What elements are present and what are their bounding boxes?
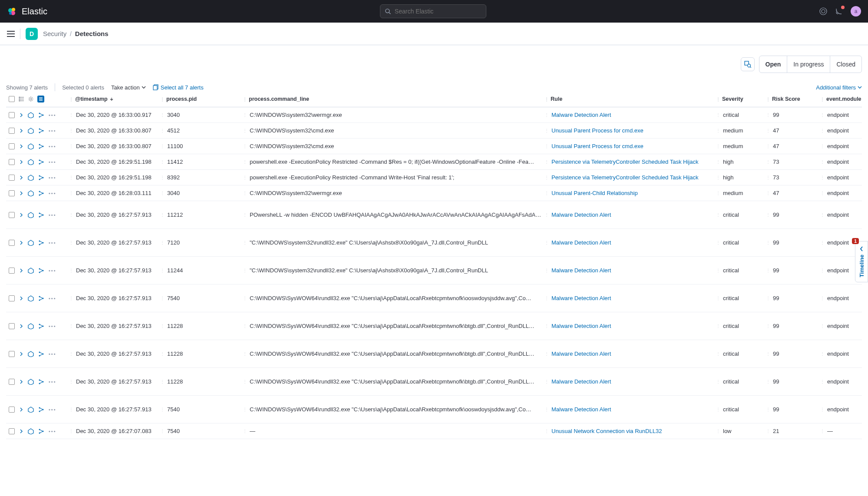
expand-row-icon[interactable] — [19, 129, 23, 133]
menu-toggle-icon[interactable] — [7, 31, 15, 37]
rule-link[interactable]: Unusual Parent Process for cmd.exe — [551, 127, 644, 134]
resolver-icon[interactable] — [28, 190, 34, 196]
rule-link[interactable]: Malware Detection Alert — [551, 295, 611, 301]
analyzer-icon[interactable] — [38, 112, 44, 118]
analyzer-icon[interactable] — [38, 144, 44, 149]
analyzer-icon[interactable] — [38, 296, 44, 301]
analyzer-icon[interactable] — [38, 351, 44, 357]
row-checkbox[interactable] — [9, 143, 15, 149]
row-checkbox[interactable] — [9, 295, 15, 301]
rule-link[interactable]: Malware Detection Alert — [551, 239, 611, 246]
customize-columns-icon[interactable] — [18, 96, 24, 102]
col-header-timestamp[interactable]: ⋮ @timestamp — [69, 96, 160, 102]
more-actions-icon[interactable]: ••• — [49, 240, 56, 245]
drag-handle-icon[interactable]: ⋮ — [160, 97, 165, 102]
resolver-icon[interactable] — [28, 428, 34, 434]
row-checkbox[interactable] — [9, 407, 15, 413]
expand-row-icon[interactable] — [19, 113, 23, 117]
timeline-flyout-tab[interactable]: 1 Timeline — [855, 241, 868, 282]
additional-filters[interactable]: Additional filters — [816, 84, 862, 91]
row-checkbox[interactable] — [9, 323, 15, 329]
resolver-icon[interactable] — [28, 212, 34, 218]
filter-open[interactable]: Open — [759, 56, 788, 73]
more-actions-icon[interactable]: ••• — [49, 351, 56, 357]
search-input[interactable] — [395, 8, 482, 15]
analyzer-icon[interactable] — [38, 407, 44, 412]
expand-row-icon[interactable] — [19, 324, 23, 328]
space-selector[interactable]: D — [26, 28, 38, 40]
col-header-pid[interactable]: ⋮process.pid — [160, 96, 243, 102]
resolver-icon[interactable] — [28, 143, 34, 149]
event-rendered-view-icon[interactable] — [37, 96, 44, 103]
row-checkbox[interactable] — [9, 128, 15, 134]
row-checkbox[interactable] — [9, 175, 15, 181]
help-icon[interactable] — [819, 7, 827, 15]
resolver-icon[interactable] — [28, 240, 34, 246]
analyzer-icon[interactable] — [38, 128, 44, 133]
filter-closed[interactable]: Closed — [830, 56, 861, 73]
resolver-icon[interactable] — [28, 379, 34, 385]
row-checkbox[interactable] — [9, 268, 15, 274]
expand-row-icon[interactable] — [19, 175, 23, 180]
expand-row-icon[interactable] — [19, 144, 23, 149]
more-actions-icon[interactable]: ••• — [49, 296, 56, 301]
resolver-icon[interactable] — [28, 351, 34, 357]
rule-link[interactable]: Unusual Parent-Child Relationship — [551, 190, 638, 196]
row-checkbox[interactable] — [9, 351, 15, 357]
analyzer-icon[interactable] — [38, 159, 44, 165]
row-checkbox[interactable] — [9, 379, 15, 385]
rule-link[interactable]: Malware Detection Alert — [551, 406, 611, 413]
row-checkbox[interactable] — [9, 112, 15, 118]
resolver-icon[interactable] — [28, 268, 34, 274]
drag-handle-icon[interactable]: ⋮ — [716, 97, 720, 102]
expand-row-icon[interactable] — [19, 213, 23, 217]
more-actions-icon[interactable]: ••• — [49, 128, 56, 133]
rule-link[interactable]: Unusual Parent Process for cmd.exe — [551, 143, 644, 149]
resolver-icon[interactable] — [28, 407, 34, 413]
more-actions-icon[interactable]: ••• — [49, 112, 56, 118]
take-action-menu[interactable]: Take action — [111, 84, 146, 91]
filter-in-progress[interactable]: In progress — [787, 56, 830, 73]
analyzer-icon[interactable] — [38, 175, 44, 180]
global-search[interactable] — [380, 4, 486, 18]
analyzer-icon[interactable] — [38, 429, 44, 434]
newsfeed-icon[interactable] — [835, 7, 843, 15]
resolver-icon[interactable] — [28, 175, 34, 181]
col-header-severity[interactable]: ⋮Severity — [716, 96, 766, 102]
row-checkbox[interactable] — [9, 240, 15, 246]
analyzer-icon[interactable] — [38, 191, 44, 196]
more-actions-icon[interactable]: ••• — [49, 144, 56, 149]
expand-row-icon[interactable] — [19, 352, 23, 356]
rule-link[interactable]: Malware Detection Alert — [551, 212, 611, 218]
gear-icon[interactable] — [28, 96, 34, 102]
breadcrumb-parent[interactable]: Security — [43, 30, 66, 37]
col-header-module[interactable]: ⋮event.module — [820, 96, 861, 102]
rule-link[interactable]: Malware Detection Alert — [551, 378, 611, 385]
inspect-button[interactable] — [741, 57, 755, 71]
expand-row-icon[interactable] — [19, 268, 23, 273]
more-actions-icon[interactable]: ••• — [49, 429, 56, 434]
col-header-risk[interactable]: ⋮Risk Score — [766, 96, 820, 102]
row-checkbox[interactable] — [9, 212, 15, 218]
analyzer-icon[interactable] — [38, 268, 44, 273]
analyzer-icon[interactable] — [38, 324, 44, 329]
drag-handle-icon[interactable]: ⋮ — [545, 97, 549, 102]
resolver-icon[interactable] — [28, 112, 34, 118]
rule-link[interactable]: Malware Detection Alert — [551, 323, 611, 329]
user-avatar[interactable]: a — [851, 6, 861, 17]
resolver-icon[interactable] — [28, 159, 34, 165]
col-header-rule[interactable]: ⋮Rule — [545, 96, 716, 102]
rule-link[interactable]: Malware Detection Alert — [551, 112, 611, 118]
drag-handle-icon[interactable]: ⋮ — [820, 97, 825, 102]
drag-handle-icon[interactable]: ⋮ — [243, 97, 247, 102]
expand-row-icon[interactable] — [19, 191, 23, 195]
rule-link[interactable]: Unusual Network Connection via RunDLL32 — [551, 428, 662, 434]
expand-row-icon[interactable] — [19, 160, 23, 164]
drag-handle-icon[interactable]: ⋮ — [766, 97, 770, 102]
more-actions-icon[interactable]: ••• — [49, 159, 56, 165]
expand-row-icon[interactable] — [19, 407, 23, 412]
elastic-logo-icon[interactable] — [7, 6, 17, 17]
resolver-icon[interactable] — [28, 128, 34, 134]
analyzer-icon[interactable] — [38, 212, 44, 218]
more-actions-icon[interactable]: ••• — [49, 191, 56, 196]
